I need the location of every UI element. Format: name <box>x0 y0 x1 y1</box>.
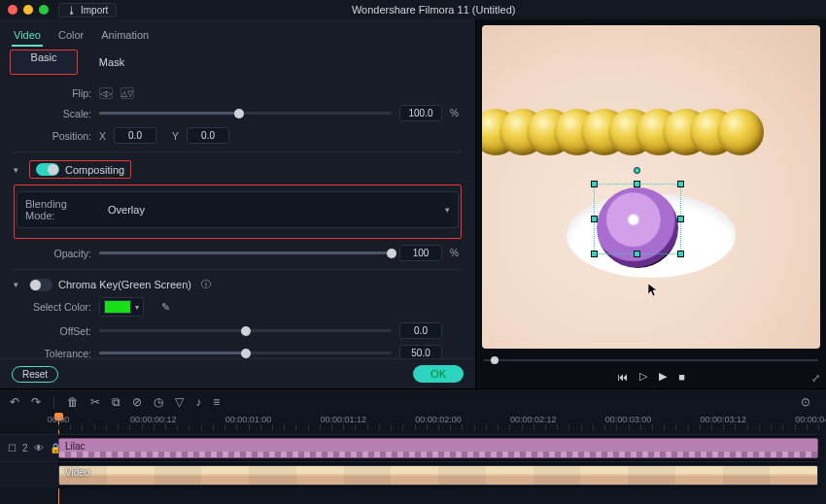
position-x-label: X <box>99 130 106 142</box>
redo-icon[interactable]: ↷ <box>31 395 41 409</box>
tab-color[interactable]: Color <box>56 25 86 47</box>
color-swatch <box>104 300 131 314</box>
chevron-down-icon: ▾ <box>135 303 139 312</box>
ruler-tick-label: 00:00:01:00 <box>225 415 272 424</box>
ruler-tick-label: 00:00:04:00 <box>795 415 826 424</box>
position-y-value[interactable]: 0.0 <box>187 127 229 144</box>
opacity-unit: % <box>450 248 462 258</box>
scale-slider[interactable] <box>99 108 392 119</box>
track-gutter-2 <box>0 461 58 488</box>
track-lane-1[interactable]: Lilac <box>58 434 818 461</box>
compositing-toggle-highlight: Compositing <box>29 160 131 179</box>
import-label: Import <box>81 5 108 16</box>
inspector-subtabs: Basic Mask <box>8 49 467 76</box>
clip-video[interactable]: Video <box>58 465 818 486</box>
scale-value[interactable]: 100.0 <box>399 105 442 121</box>
flip-label: Flip: <box>14 87 91 99</box>
reset-button[interactable]: Reset <box>12 366 58 383</box>
timer-icon[interactable]: ◷ <box>154 395 163 409</box>
tolerance-row: Tolerance: 50.0 <box>14 345 462 358</box>
clip-lilac[interactable]: Lilac <box>58 438 818 458</box>
tab-animation[interactable]: Animation <box>99 25 151 47</box>
flip-vertical-button[interactable]: △▽ <box>120 87 134 99</box>
undo-icon[interactable]: ↶ <box>10 395 19 409</box>
audio-icon[interactable]: ♪ <box>195 395 201 409</box>
ruler-tick-label: 00:00:00:12 <box>130 415 177 424</box>
scale-row: Scale: 100.0 % <box>14 105 462 121</box>
step-back-button[interactable]: ⏮ <box>617 371 628 383</box>
video-frame <box>482 25 820 349</box>
transform-selection[interactable] <box>594 184 681 254</box>
flip-horizontal-button[interactable]: ◁▷ <box>99 87 113 99</box>
delete-icon[interactable]: 🗑 <box>67 395 79 409</box>
minimize-window-icon[interactable] <box>23 5 33 15</box>
play-button[interactable]: ▶ <box>659 370 667 383</box>
position-x-value[interactable]: 0.0 <box>114 127 156 144</box>
blending-mode-highlight: Blending Mode: Overlay ▾ <box>14 185 462 239</box>
opacity-label: Opacity: <box>14 248 91 259</box>
opacity-value[interactable]: 100 <box>399 245 442 261</box>
eyedropper-icon[interactable]: ✎ <box>161 301 170 314</box>
compositing-toggle[interactable] <box>36 163 59 176</box>
play-pause-button[interactable]: ▷ <box>639 370 647 383</box>
cursor-icon <box>648 284 657 295</box>
import-icon: ⭳ <box>67 5 77 16</box>
offset-value[interactable]: 0.0 <box>399 322 442 339</box>
speed-icon[interactable]: ⊘ <box>132 395 142 409</box>
preview-viewport[interactable] <box>482 25 820 349</box>
timeline-tools: ↶ ↷ | 🗑 ✂ ⧉ ⊘ ◷ ▽ ♪ ≡ ⊙ <box>0 389 826 415</box>
opacity-slider[interactable] <box>99 248 392 259</box>
color-chip[interactable]: ▾ <box>99 297 144 317</box>
chroma-toggle[interactable] <box>29 279 52 291</box>
timeline: ↶ ↷ | 🗑 ✂ ⧉ ⊘ ◷ ▽ ♪ ≡ ⊙ 00:0000:00:00:12… <box>0 388 826 504</box>
list-icon[interactable]: ≡ <box>213 395 220 409</box>
select-color-label: Select Color: <box>14 301 91 313</box>
marker-icon[interactable]: ▽ <box>175 395 184 409</box>
subtab-basic[interactable]: Basic <box>10 50 78 75</box>
chroma-section: ▾ Chroma Key(Green Screen) ⓘ Select Colo… <box>14 269 462 358</box>
cut-icon[interactable]: ✂ <box>90 395 100 409</box>
tolerance-slider[interactable] <box>99 348 392 359</box>
track-lane-2[interactable]: Video <box>58 461 818 488</box>
track-visibility-icon[interactable]: 👁 <box>34 443 44 454</box>
inspector-panel: Video Color Animation Basic Mask Flip: ◁… <box>0 19 476 388</box>
track-gutter: ☐ 2 👁 🔒 <box>0 434 58 461</box>
titlebar: ⭳ Import Wondershare Filmora 11 (Untitle… <box>0 0 826 19</box>
timeline-ruler[interactable]: 00:0000:00:00:1200:00:01:0000:00:01:1200… <box>58 415 818 434</box>
tolerance-label: Tolerance: <box>14 348 91 359</box>
chevron-down-icon[interactable]: ▾ <box>14 280 23 289</box>
window-controls <box>8 5 49 15</box>
chevron-down-icon[interactable]: ▾ <box>14 165 23 175</box>
tab-video[interactable]: Video <box>12 25 43 47</box>
import-button[interactable]: ⭳ Import <box>58 3 117 17</box>
position-y-label: Y <box>172 130 179 142</box>
ruler-tick-label: 00:00:02:00 <box>415 415 462 424</box>
ruler-tick-label: 00:00:02:12 <box>510 415 557 424</box>
maximize-window-icon[interactable] <box>39 5 49 15</box>
clip-video-label: Video <box>65 467 89 478</box>
close-window-icon[interactable] <box>8 5 17 15</box>
blending-mode-dropdown[interactable]: Blending Mode: Overlay ▾ <box>17 191 459 228</box>
track-badge: 2 <box>22 443 28 454</box>
offset-label: OffSet: <box>14 325 91 337</box>
panel-footer: Reset OK <box>0 358 475 388</box>
subtab-mask[interactable]: Mask <box>78 50 146 75</box>
scale-label: Scale: <box>14 108 91 119</box>
offset-slider[interactable] <box>99 325 392 337</box>
track-link-icon[interactable]: ☐ <box>8 443 17 454</box>
info-icon[interactable]: ⓘ <box>201 278 211 291</box>
fullscreen-icon[interactable]: ⤢ <box>811 372 820 385</box>
ruler-tick-label: 00:00 <box>48 415 70 424</box>
compositing-title: Compositing <box>65 164 124 176</box>
ruler-tick-label: 00:00:03:12 <box>700 415 746 424</box>
position-row: Position: X 0.0 Y 0.0 <box>14 127 462 144</box>
blending-mode-value: Overlay <box>108 204 435 216</box>
crop-icon[interactable]: ⧉ <box>112 395 120 409</box>
stop-button[interactable]: ■ <box>678 371 685 383</box>
clip-lilac-label: Lilac <box>65 441 86 452</box>
preview-scrubber[interactable] <box>484 354 818 366</box>
ok-button[interactable]: OK <box>413 365 464 383</box>
timeline-settings-icon[interactable]: ⊙ <box>801 395 810 409</box>
flip-row: Flip: ◁▷ △▽ <box>14 87 462 99</box>
tolerance-value[interactable]: 50.0 <box>399 345 442 358</box>
